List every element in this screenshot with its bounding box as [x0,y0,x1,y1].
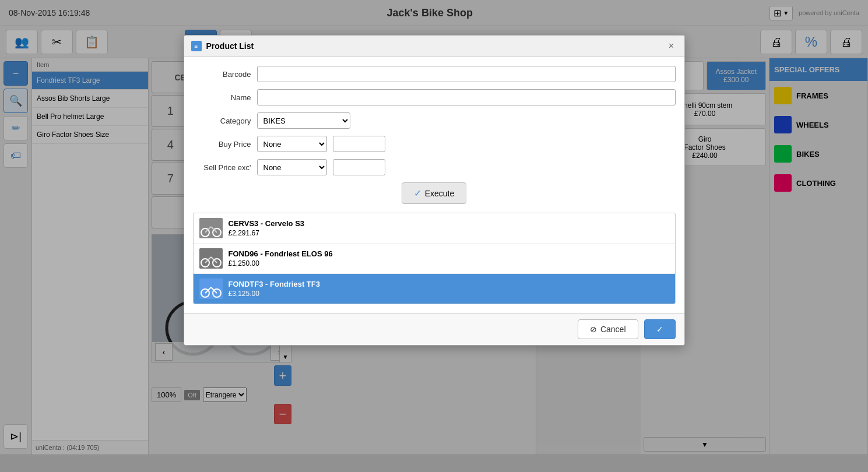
execute-button[interactable]: ✓ Execute [402,182,467,204]
category-row: Category BIKES [193,112,676,129]
result-thumb [199,248,223,269]
list-icon: ≡ [191,41,202,51]
product-results-list: CERVS3 - Cervelo S3 £2,291.67 FOND96 - F… [193,213,676,304]
cancel-label: Cancel [600,325,626,334]
modal-footer: ⊘ Cancel ✓ [184,313,684,345]
category-select[interactable]: BIKES [257,112,350,129]
cancel-icon: ⊘ [590,325,597,334]
confirm-button[interactable]: ✓ [644,319,676,339]
name-row: Name [193,89,676,105]
name-input[interactable] [257,89,676,105]
name-label: Name [193,93,251,102]
barcode-label: Barcode [193,70,251,79]
modal-overlay: ≡ Product List × Barcode Name Category B… [0,0,868,472]
barcode-row: Barcode [193,66,676,82]
buy-price-row: Buy Price None [193,136,676,152]
execute-checkmark-icon: ✓ [414,188,421,199]
result-item[interactable]: CERVS3 - Cervelo S3 £2,291.67 [194,213,675,244]
result-thumb [199,218,223,238]
sell-price-row: Sell Price exc' None [193,159,676,175]
result-thumb [199,279,223,299]
modal-title: Product List [206,41,254,51]
result-info: FONDTF3 - Fondriest TF3 £3,125.00 [229,280,669,298]
modal-title-group: ≡ Product List [191,41,254,51]
sell-price-label: Sell Price exc' [193,163,251,172]
modal-close-button[interactable]: × [666,40,677,52]
execute-label: Execute [425,189,455,198]
sell-price-select[interactable]: None [257,159,327,175]
result-item[interactable]: FONDTF3 - Fondriest TF3 £3,125.00 [194,274,675,304]
confirm-icon: ✓ [656,325,663,334]
sell-price-input[interactable] [333,159,385,175]
barcode-input[interactable] [257,66,676,82]
product-list-dialog: ≡ Product List × Barcode Name Category B… [184,35,685,346]
cancel-button[interactable]: ⊘ Cancel [578,319,638,339]
category-label: Category [193,117,251,125]
result-info: FOND96 - Fondriest ELOS 96 £1,250.00 [229,249,669,267]
result-info: CERVS3 - Cervelo S3 £2,291.67 [229,219,669,237]
result-item[interactable]: FOND96 - Fondriest ELOS 96 £1,250.00 [194,244,675,274]
buy-price-select[interactable]: None [257,136,327,152]
modal-header: ≡ Product List × [184,36,684,57]
modal-body: Barcode Name Category BIKES Buy Price No… [184,57,684,313]
buy-price-input[interactable] [333,136,385,152]
buy-price-label: Buy Price [193,140,251,149]
